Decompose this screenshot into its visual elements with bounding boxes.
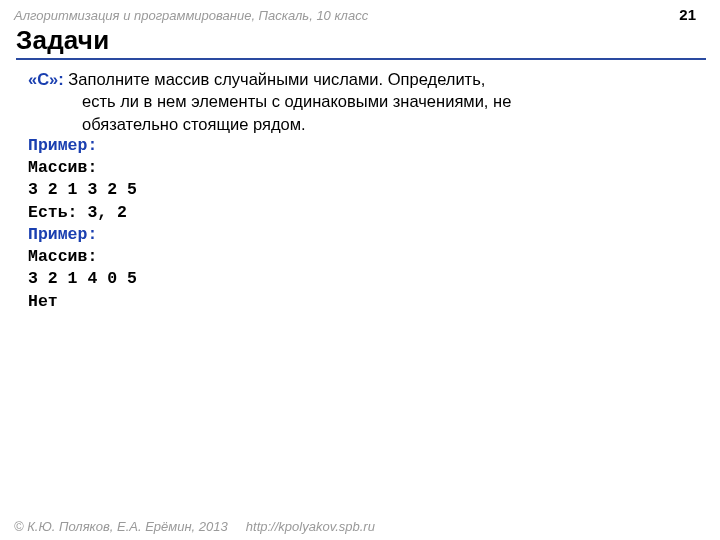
- example1-l1: Массив:: [28, 157, 702, 179]
- task-label: «С»:: [28, 70, 64, 88]
- content: «С»: Заполните массив случайными числами…: [0, 62, 720, 313]
- title-rule: [16, 58, 706, 60]
- example1-l3: Есть: 3, 2: [28, 202, 702, 224]
- footer-copyright: © К.Ю. Поляков, Е.А. Ерёмин, 2013: [14, 519, 228, 534]
- footer-strip: © К.Ю. Поляков, Е.А. Ерёмин, 2013 http:/…: [0, 515, 720, 540]
- course-label: Алгоритмизация и программирование, Паска…: [14, 8, 368, 23]
- example2-l1: Массив:: [28, 246, 702, 268]
- example1-label: Пример:: [28, 135, 702, 157]
- task-text-l1: Заполните массив случайными числами. Опр…: [68, 70, 485, 88]
- title-block: Задачи: [0, 25, 720, 62]
- example2-l3: Нет: [28, 291, 702, 313]
- slide: Алгоритмизация и программирование, Паска…: [0, 0, 720, 540]
- page-number: 21: [679, 6, 696, 23]
- page-title: Задачи: [16, 25, 706, 56]
- example2-label: Пример:: [28, 224, 702, 246]
- header-strip: Алгоритмизация и программирование, Паска…: [0, 0, 720, 25]
- example1-l2: 3 2 1 3 2 5: [28, 179, 702, 201]
- task-text-l3: обязательно стоящие рядом.: [28, 113, 702, 135]
- task-line-1: «С»: Заполните массив случайными числами…: [28, 68, 702, 90]
- footer-url: http://kpolyakov.spb.ru: [246, 519, 375, 534]
- example2-l2: 3 2 1 4 0 5: [28, 268, 702, 290]
- task-text-l2: есть ли в нем элементы с одинаковыми зна…: [28, 90, 702, 112]
